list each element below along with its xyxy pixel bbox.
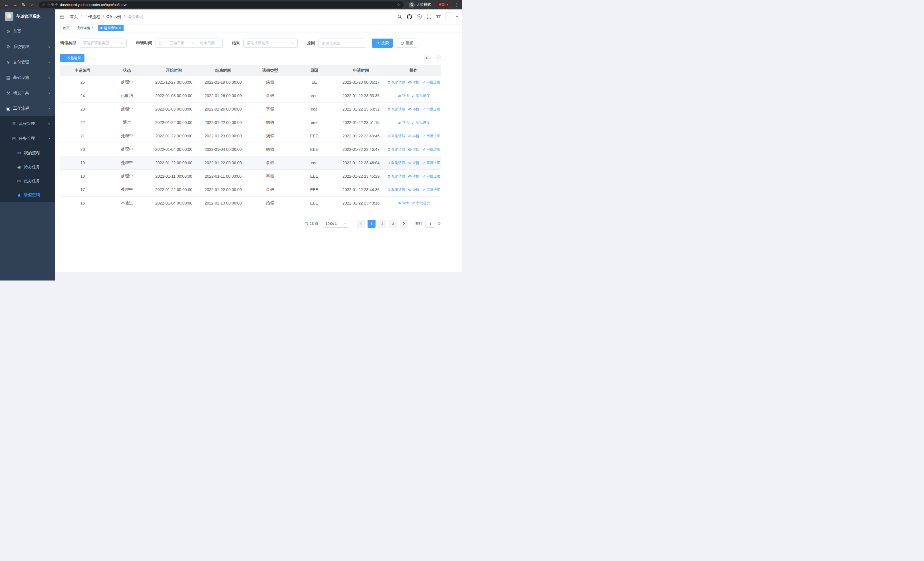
sidebar-item-label: 系统管理 (13, 44, 48, 50)
close-icon[interactable]: × (92, 26, 94, 30)
back-icon[interactable]: ← (3, 1, 10, 9)
cell-type: 事假 (248, 187, 292, 192)
font-size-icon[interactable]: TT (436, 14, 441, 19)
chevron-down-icon (120, 42, 123, 44)
page-size-select[interactable]: 10条/页 (323, 220, 349, 228)
cell-type: 病假 (248, 120, 292, 125)
sidebar-item-task-mgmt[interactable]: ⊞ 任务管理 ∧ (0, 131, 55, 146)
bookmark-star-icon[interactable]: ☆ (397, 3, 400, 7)
sidebar-item-dev-tools[interactable]: ⚒ 研发工具 ∨ (0, 86, 55, 101)
detail-link[interactable]: 详情 (398, 201, 409, 206)
forward-icon[interactable]: → (11, 1, 19, 9)
cancel-leave-link[interactable]: 取消请假 (387, 80, 405, 85)
close-icon[interactable]: × (119, 26, 121, 30)
sidebar-item-my-process[interactable]: ✉ 我的流程 (0, 146, 55, 160)
reason-input[interactable] (319, 39, 366, 47)
cell-applied: 2022-01-22 23:51:15 (336, 120, 386, 125)
sidebar-item-done-tasks[interactable]: ✂ 已办任务 (0, 174, 55, 188)
sidebar-item-home[interactable]: ⊙ 首页 (0, 24, 55, 39)
search-icon[interactable] (397, 14, 402, 19)
cancel-leave-link[interactable]: 取消请假 (387, 161, 405, 165)
cell-applied: 2022-01-22 23:49:46 (336, 134, 386, 138)
security-warning-label[interactable]: 不安全 (47, 2, 58, 7)
cancel-leave-link[interactable]: 取消请假 (387, 107, 405, 112)
approval-progress-link[interactable]: 审批进度 (422, 174, 440, 179)
cell-start: 2022-01-22 00:00:00 (149, 161, 199, 165)
url-bar[interactable]: ⚠ 不安全 dashboard.yudao.iocoder.cn/bpm/oa/… (39, 2, 404, 8)
cancel-leave-link[interactable]: 取消请假 (387, 187, 405, 192)
sidebar-item-payment-mgmt[interactable]: ¥ 支付管理 ∨ (0, 54, 55, 70)
toggle-search-button[interactable] (424, 55, 430, 62)
detail-link[interactable]: 详情 (398, 93, 409, 98)
refresh-icon (400, 41, 404, 45)
sidebar-item-todo-tasks[interactable]: ◉ 待办任务 (0, 160, 55, 174)
page-button-1[interactable]: 1 (368, 220, 375, 228)
home-icon[interactable]: ⌂ (28, 1, 36, 9)
result-select[interactable]: 请选择流结果 (243, 39, 298, 48)
approval-progress-link[interactable]: 审批进度 (422, 187, 440, 192)
cell-reason: eee (292, 93, 336, 98)
sidebar-item-system-mgmt[interactable]: ⚙ 系统管理 ∨ (0, 39, 55, 54)
breadcrumb-item[interactable]: OA 示例 (106, 14, 121, 20)
leave-type-select[interactable]: 请选择请假类型 (80, 39, 127, 48)
approval-progress-link[interactable]: 审批进度 (412, 120, 430, 125)
avatar[interactable] (446, 12, 454, 21)
page-content: 请假类型 请选择请假类型 申请时间 开始日期 - 结束日期 结果 请选择流结果 (55, 32, 462, 272)
end-date-placeholder[interactable]: 结束日期 (195, 41, 219, 46)
apply-time-range-picker[interactable]: 开始日期 - 结束日期 (156, 39, 223, 48)
browser-chrome: ← → ↻ ⌂ ⚠ 不安全 dashboard.yudao.iocoder.cn… (0, 0, 462, 9)
cell-id: 25 (60, 80, 105, 84)
detail-link[interactable]: 详情 (408, 107, 420, 112)
approval-progress-link[interactable]: 审批进度 (412, 93, 430, 98)
detail-link[interactable]: 详情 (408, 147, 420, 152)
sidebar-toggle-icon[interactable] (59, 14, 66, 20)
approval-progress-link[interactable]: 审批进度 (412, 201, 430, 206)
tab-leave-query[interactable]: 请假查询 × (98, 25, 123, 31)
detail-link[interactable]: 详情 (408, 174, 420, 179)
page-button-3[interactable]: 3 (389, 220, 397, 228)
tab-process-detail[interactable]: 流程详情 × (74, 25, 96, 31)
fullscreen-icon[interactable] (427, 14, 432, 19)
incognito-badge: 无痕模式 (406, 2, 433, 8)
tab-home[interactable]: 首页 (60, 25, 72, 31)
detail-link[interactable]: 详情 (398, 120, 409, 125)
sidebar-item-label: 请假查询 (24, 193, 50, 198)
breadcrumb-item[interactable]: 首页 (70, 14, 78, 20)
user-menu[interactable]: ▾ (446, 12, 458, 21)
sidebar-item-workflow[interactable]: ▣ 工作流程 ∧ (0, 101, 55, 116)
reload-icon[interactable]: ↻ (20, 1, 27, 9)
cancel-leave-link[interactable]: 取消请假 (387, 134, 405, 138)
goto-page-input[interactable] (426, 220, 435, 228)
approval-progress-link[interactable]: 审批进度 (422, 134, 440, 138)
update-button[interactable]: 更新 (435, 2, 451, 8)
chevron-up-icon: ∧ (48, 107, 51, 110)
search-button[interactable]: 搜索 (372, 39, 393, 48)
detail-link[interactable]: 详情 (408, 80, 420, 85)
detail-link[interactable]: 详情 (408, 187, 420, 192)
refresh-table-button[interactable] (435, 55, 441, 62)
sidebar-item-infrastructure[interactable]: ▤ 基础设施 ∨ (0, 70, 55, 86)
detail-link[interactable]: 详情 (408, 134, 420, 138)
detail-link[interactable]: 详情 (408, 161, 420, 165)
help-icon[interactable]: ? (417, 14, 422, 19)
github-icon[interactable] (407, 14, 412, 20)
approval-progress-link[interactable]: 审批进度 (422, 80, 440, 85)
breadcrumb-item[interactable]: 工作流程 (84, 14, 100, 20)
start-date-placeholder[interactable]: 开始日期 (165, 41, 189, 46)
cancel-leave-link[interactable]: 取消请假 (387, 174, 405, 179)
page-button-2[interactable]: 2 (378, 220, 386, 228)
approval-progress-link[interactable]: 审批进度 (422, 147, 440, 152)
approval-progress-link[interactable]: 审批进度 (422, 107, 440, 112)
browser-menu-icon[interactable]: ⋮ (453, 3, 459, 7)
approval-progress-link[interactable]: 审批进度 (422, 161, 440, 165)
prev-page-button[interactable] (357, 220, 365, 228)
toolbar-right (424, 55, 441, 62)
reset-button[interactable]: 重置 (396, 39, 417, 48)
url-text[interactable]: dashboard.yudao.iocoder.cn/bpm/oa/leave (60, 3, 394, 7)
next-page-button[interactable] (400, 220, 408, 228)
cancel-leave-link[interactable]: 取消请假 (387, 147, 405, 152)
app-logo: 芋道管理系统 (0, 9, 55, 24)
create-leave-button[interactable]: + 发起请假 (60, 54, 84, 62)
sidebar-item-leave-query[interactable]: ♟ 请假查询 (0, 188, 55, 202)
sidebar-item-process-mgmt[interactable]: ≣ 流程管理 ∨ (0, 116, 55, 131)
